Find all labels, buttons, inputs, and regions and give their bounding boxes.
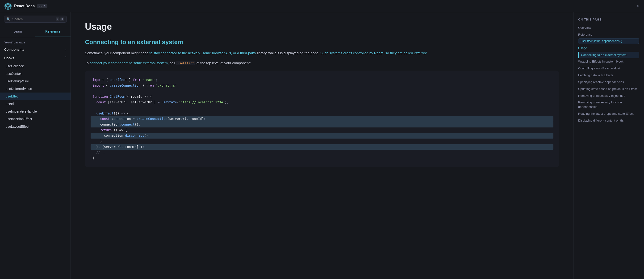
toc-reference[interactable]: Reference bbox=[578, 31, 639, 38]
toc-updating-state[interactable]: Updating state based on previous an Effe… bbox=[578, 86, 639, 93]
sidebar-nav-item[interactable]: useDeferredValue bbox=[0, 85, 70, 93]
code-line-10: return () => { bbox=[92, 127, 552, 133]
svg-point-4 bbox=[8, 6, 9, 7]
toc-removing-obj[interactable]: Removing unnecessary object dep bbox=[578, 93, 639, 99]
sidebar-nav-item[interactable]: useId bbox=[0, 100, 70, 108]
sidebar-nav-item[interactable]: useDebugValue bbox=[0, 77, 70, 85]
components-chevron-icon: › bbox=[65, 48, 66, 51]
code-line-2: import { createConnection } from './chat… bbox=[92, 83, 552, 89]
search-kbd-k: K bbox=[60, 18, 64, 21]
react-logo-icon bbox=[4, 2, 12, 10]
beta-badge: BETA bbox=[37, 4, 48, 8]
toc-usage[interactable]: Usage bbox=[578, 45, 639, 52]
code-line-13: }, [serverUrl, roomId] ); bbox=[90, 144, 554, 150]
to-connect-paragraph: To connect your component to some extern… bbox=[85, 60, 559, 66]
code-line-3 bbox=[92, 88, 552, 94]
tab-navigation: Learn Reference bbox=[0, 26, 70, 37]
topbar: React Docs BETA ☀ bbox=[0, 0, 644, 12]
toc-displaying-different[interactable]: Displaying different content on th... bbox=[578, 117, 639, 124]
search-input-wrap[interactable]: 🔍 ⌘ K bbox=[4, 16, 67, 23]
code-line-9: connection.connect(); bbox=[90, 122, 554, 127]
on-this-page-title: ON THIS PAGE bbox=[578, 18, 639, 21]
logo-area: React Docs BETA bbox=[4, 2, 48, 10]
search-kbd-cmd: ⌘ bbox=[56, 18, 60, 21]
search-keyboard-shortcut: ⌘ K bbox=[56, 18, 64, 21]
code-line-12: }; bbox=[92, 139, 552, 144]
intro-link-1[interactable]: to stay connected to the network, some b… bbox=[149, 51, 256, 55]
toc-wrapping-effects[interactable]: Wrapping Effects in custom Hook bbox=[578, 58, 639, 65]
tab-reference[interactable]: Reference bbox=[36, 26, 71, 37]
code-line-11: connection.disconnect(); bbox=[90, 133, 554, 139]
to-connect-link[interactable]: connect your component to some external … bbox=[90, 61, 169, 65]
tab-learn[interactable]: Learn bbox=[0, 26, 36, 37]
intro-link-2[interactable]: Such systems aren't controlled by React,… bbox=[320, 51, 414, 55]
code-line-15: } bbox=[92, 155, 552, 161]
code-line-14: // ... bbox=[92, 150, 552, 155]
sidebar-section-components[interactable]: Components › bbox=[0, 45, 70, 54]
code-line-8: const connection = createConnection(serv… bbox=[90, 116, 554, 122]
hooks-chevron-icon: ˅ bbox=[65, 56, 66, 60]
search-icon: 🔍 bbox=[6, 17, 10, 21]
toc-useeffect-pill[interactable]: useEffect(setup, dependencies?) bbox=[578, 38, 639, 44]
toc-fetching-data[interactable]: Fetching data with Effects bbox=[578, 72, 639, 79]
code-block: import { useEffect } from 'react'; impor… bbox=[85, 71, 559, 167]
sidebar-nav-item[interactable]: useInsertionEffect bbox=[0, 115, 70, 123]
intro-link-external[interactable]: external bbox=[414, 51, 426, 55]
page-title: Usage bbox=[85, 22, 559, 32]
search-bar: 🔍 ⌘ K bbox=[0, 12, 70, 26]
toc-removing-fn[interactable]: Removing unnecessary function dependenci… bbox=[578, 99, 639, 110]
theme-toggle-button[interactable]: ☀ bbox=[636, 4, 640, 9]
intro-paragraph: Sometimes, your component might need to … bbox=[85, 50, 559, 56]
sidebar-nav-item[interactable]: useContext useContext bbox=[0, 70, 70, 77]
left-sidebar: 🔍 ⌘ K Learn Reference 'react' package Co… bbox=[0, 12, 71, 279]
code-line-5: const [serverUrl, setServerUrl] = useSta… bbox=[92, 100, 552, 105]
sidebar-nav-item[interactable]: useCallback bbox=[0, 62, 70, 70]
layout: 🔍 ⌘ K Learn Reference 'react' package Co… bbox=[0, 12, 644, 279]
toc-controlling-widget[interactable]: Controlling a non-React widget bbox=[578, 65, 639, 72]
search-input[interactable] bbox=[12, 17, 54, 21]
toc-specifying-deps[interactable]: Specifying reactive dependencies bbox=[578, 79, 639, 86]
right-sidebar: ON THIS PAGE Overview Reference useEffec… bbox=[573, 12, 644, 279]
main-content: Usage Connecting to an external system S… bbox=[71, 12, 573, 279]
to-connect-code: useEffect bbox=[176, 61, 195, 65]
code-line-4: function ChatRoom({ roomId }) { bbox=[92, 94, 552, 100]
site-title: React Docs bbox=[14, 4, 35, 8]
section-title: Connecting to an external system bbox=[85, 39, 559, 46]
package-label: 'react' package bbox=[0, 37, 70, 45]
toc-connecting-external[interactable]: Connecting to an external system bbox=[578, 52, 639, 59]
code-line-6 bbox=[92, 105, 552, 111]
toc-reading-latest[interactable]: Reading the latest props and state Effec… bbox=[578, 110, 639, 117]
hooks-label: Hooks bbox=[4, 56, 14, 60]
code-line-7: useEffect(() => { bbox=[92, 111, 552, 116]
sidebar-nav-item[interactable]: useLayoutEffect bbox=[0, 123, 70, 130]
sidebar-nav-item[interactable]: useImperativeHandle bbox=[0, 108, 70, 115]
code-line-1: import { useEffect } from 'react'; bbox=[92, 77, 552, 83]
sidebar-section-hooks[interactable]: Hooks ˅ bbox=[0, 54, 70, 62]
sidebar-nav-item-useeffect[interactable]: useEffect bbox=[0, 93, 70, 100]
components-label: Components bbox=[4, 48, 24, 52]
toc-overview[interactable]: Overview bbox=[578, 25, 639, 31]
